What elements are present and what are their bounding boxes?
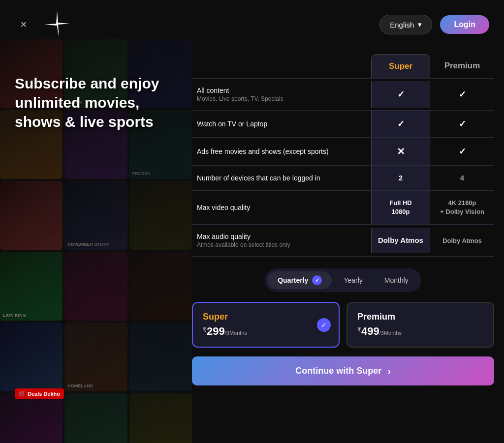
super-col: ✕ [371,138,430,165]
billing-label: Yearly [344,276,362,284]
selected-check-icon: ✓ [317,318,331,332]
plan-price: ₹299/3Months [203,325,329,338]
poster-item [129,252,192,321]
cta-button[interactable]: Continue with Super › [192,356,494,385]
feature-sub: Atmos available on select titles only [197,241,366,248]
currency-symbol: ₹ [357,327,361,334]
price-period: /3Months [379,330,402,336]
table-row: All contentMovies, Live sports, TV, Spec… [192,78,494,110]
poster-item: HOMELAND [64,323,127,391]
topbar-right: English ▾ Login [379,15,489,34]
poster-item [0,181,63,250]
check-icon: ✓ [397,89,405,99]
premium-col: 4K 2160p+ Dolby Vision [430,191,494,224]
poster-item: BLACK PANTHER [129,393,192,443]
watermark-badge: 🛒 Deals Dekho [15,388,64,399]
poster-panel: AARTAFROZENNOVEMBER STORYLION KINGHOMELA… [0,0,192,443]
table-row: Watch on TV or Laptop✓✓ [192,110,494,137]
table-feature-header [192,54,371,78]
watermark-icon: 🛒 [19,390,26,397]
table-row: Number of devices that can be logged in2… [192,165,494,190]
billing-selector[interactable]: Quarterly✓YearlyMonthly [265,268,421,292]
feature-cell: All contentMovies, Live sports, TV, Spec… [192,79,371,110]
super-col: 2 [371,166,430,190]
subscription-panel: Super Premium All contentMovies, Live sp… [192,54,494,433]
language-selector[interactable]: English ▾ [379,15,432,34]
premium-col: Dolby Atmos [430,228,494,253]
poster-item [129,181,192,250]
price-amount: 499 [361,325,379,337]
poster-item [64,252,127,321]
feature-name: Max audio quality [197,233,366,240]
check-icon: ✓ [397,119,405,129]
poster-item: LION KING [0,252,63,321]
premium-col: 4 [430,166,494,190]
super-col: ✓ [371,111,430,137]
poster-item: HOSTAGES [64,393,127,443]
feature-name: Ads free movies and shows (except sports… [197,148,366,155]
currency-symbol: ₹ [203,327,207,334]
check-icon: ✓ [459,89,466,99]
num-value: Dolby Atmos [378,236,423,244]
language-label: English [390,21,414,29]
quality-value: 4K 2160p+ Dolby Vision [435,199,489,216]
premium-plan-header: Premium [430,54,494,78]
feature-cell: Max audio qualityAtmos available on sele… [192,225,371,256]
plan-card-title: Premium [357,312,483,322]
super-col: Full HD1080p [371,191,430,224]
price-amount: 299 [207,325,225,337]
feature-name: Watch on TV or Laptop [197,120,366,128]
feature-cell: Ads free movies and shows (except sports… [192,140,371,163]
feature-name: Number of devices that can be logged in [197,174,366,182]
table-row: Max video qualityFull HD1080p4K 2160p+ D… [192,190,494,224]
premium-col: ✓ [430,138,494,165]
plan-card-title: Super [203,312,329,322]
billing-option-yearly[interactable]: Yearly [334,272,372,288]
feature-name: All content [197,87,366,94]
login-button[interactable]: Login [440,15,489,34]
feature-sub: Movies, Live sports, TV, Specials [197,95,366,102]
watermark-text: Deals Dekho [28,391,60,397]
poster-item [129,323,192,391]
plan-cards: Super ₹299/3Months ✓ Premium ₹499/3Month… [192,302,494,348]
billing-label: Quarterly [278,276,308,284]
close-button[interactable]: × [15,16,32,33]
premium-col: ✓ [430,111,494,137]
poster-item: AARTA [0,393,63,443]
cross-icon: ✕ [397,146,405,157]
billing-option-monthly[interactable]: Monthly [375,272,418,288]
premium-col: ✓ [430,81,494,108]
billing-label: Monthly [384,276,409,284]
super-plan-header: Super [371,54,430,78]
quality-value: Full HD1080p [377,199,425,216]
price-period: /3Months [225,330,247,336]
plan-card-super[interactable]: Super ₹299/3Months ✓ [192,302,340,348]
cta-label: Continue with Super [295,366,381,376]
table-row: Ads free movies and shows (except sports… [192,137,494,165]
poster-item [0,323,63,391]
num-value: 4 [460,174,464,182]
chevron-down-icon: ▾ [418,20,422,29]
super-col: ✓ [371,81,430,108]
audio-value: Dolby Atmos [442,237,482,244]
super-col: Dolby Atmos [371,228,430,253]
num-value: 2 [399,174,403,182]
app-logo [42,10,72,39]
hero-section: Subscribe and enjoy unlimited movies, sh… [15,74,172,131]
arrow-icon: › [387,365,391,377]
check-icon: ✓ [459,119,466,129]
check-icon: ✓ [459,147,466,156]
topbar-left: × [15,10,72,39]
plan-card-premium[interactable]: Premium ₹499/3Months [346,302,494,348]
topbar: × English ▾ Login [0,0,504,49]
table-body: All contentMovies, Live sports, TV, Spec… [192,78,494,257]
comparison-table: Super Premium All contentMovies, Live sp… [192,54,494,257]
selected-icon: ✓ [312,275,322,285]
feature-cell: Number of devices that can be logged in [192,166,371,190]
table-header: Super Premium [192,54,494,78]
hero-heading: Subscribe and enjoy unlimited movies, sh… [15,74,172,131]
billing-option-quarterly[interactable]: Quarterly✓ [268,271,332,289]
poster-item: NOVEMBER STORY [64,181,127,250]
feature-cell: Max video quality [192,196,371,219]
plan-price: ₹499/3Months [357,325,483,338]
